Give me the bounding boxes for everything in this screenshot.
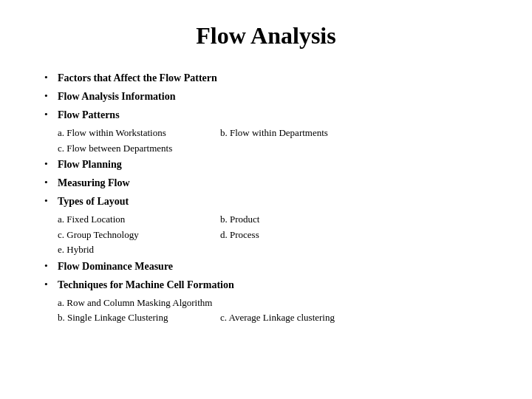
bullet-dot: • [44,259,58,273]
sub-row: a. Fixed Locationb. Product [58,212,488,227]
bullet-text-b5: Measuring Flow [58,175,130,191]
sub-items-b3: a. Flow within Workstationsb. Flow withi… [58,126,488,155]
bullet-text-b3: Flow Patterns [58,107,120,123]
bullet-text-b2: Flow Analysis Information [58,89,175,104]
sub-col: a. Fixed Location [58,212,220,227]
bullet-dot: • [44,89,58,103]
bullet-text-b6: Types of Layout [58,194,129,209]
sub-col: e. Hybrid [58,242,220,257]
sub-row: c. Group Technologyd. Process [58,228,488,242]
bullet-dot: • [44,70,58,85]
bullet-item: •Flow Planning [44,157,488,172]
bullet-item: •Flow Dominance Measure [44,259,488,274]
sub-col: b. Single Linkage Clustering [58,310,220,325]
sub-items-b8: a. Row and Column Masking Algorithmb. Si… [58,296,488,325]
sub-col: b. Flow within Departments [220,126,383,140]
sub-items-b6: a. Fixed Locationb. Productc. Group Tech… [58,212,488,257]
bullet-dot: • [44,107,58,122]
bullet-dot: • [44,277,58,292]
sub-row: a. Row and Column Masking Algorithm [58,296,488,310]
sub-col: b. Product [220,212,383,227]
bullet-text-b7: Flow Dominance Measure [58,259,173,274]
sub-row: c. Flow between Departments [58,141,488,156]
bullet-item: •Factors that Affect the Flow Pattern [44,70,488,86]
page-title: Flow Analysis [44,22,488,50]
bullet-text-b1: Factors that Affect the Flow Pattern [58,70,217,86]
bullet-item: •Measuring Flow [44,175,488,191]
bullet-item: •Types of Layout [44,194,488,209]
sub-col: a. Row and Column Masking Algorithm [58,296,220,310]
sub-row: e. Hybrid [58,242,488,257]
sub-row: a. Flow within Workstationsb. Flow withi… [58,126,488,140]
bullet-dot: • [44,157,58,171]
bullet-text-b8: Techniques for Machine Cell Formation [58,277,234,293]
bullet-dot: • [44,194,58,208]
sub-col: d. Process [220,228,383,242]
page: Flow Analysis •Factors that Affect the F… [0,0,532,399]
sub-row: b. Single Linkage Clusteringc. Average L… [58,310,488,325]
bullet-dot: • [44,175,58,190]
sub-col: c. Average Linkage clustering [220,310,383,325]
bullet-item: •Flow Analysis Information [44,89,488,104]
bullet-text-b4: Flow Planning [58,157,122,172]
sub-col: c. Group Technology [58,228,220,242]
bullet-item: •Techniques for Machine Cell Formation [44,277,488,293]
content-area: •Factors that Affect the Flow Pattern•Fl… [44,70,488,377]
bullet-item: •Flow Patterns [44,107,488,123]
sub-col: a. Flow within Workstations [58,126,220,140]
sub-col: c. Flow between Departments [58,141,220,156]
